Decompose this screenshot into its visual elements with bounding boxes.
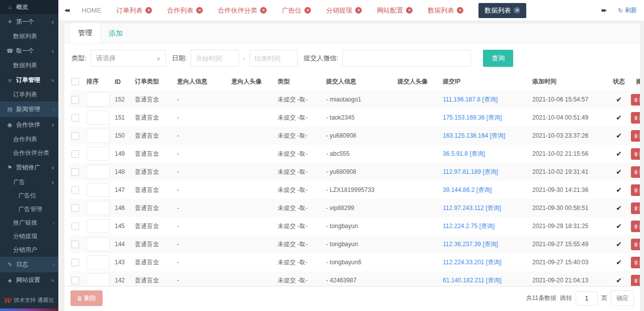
refresh-button[interactable]: ↻ 刷新 xyxy=(618,6,637,15)
tab-数据列表-6[interactable]: 数据列表✕ xyxy=(428,6,463,15)
bulk-delete-button[interactable]: 删除 xyxy=(70,290,103,306)
row-checkbox[interactable] xyxy=(71,168,79,176)
ip-query-link[interactable]: [查询] xyxy=(482,168,498,175)
row-delete-button[interactable]: 删除 xyxy=(631,148,640,160)
tab-订单列表-0[interactable]: 订单列表✕ xyxy=(116,6,152,15)
sidebar-item-第一个[interactable]: ✈第一个∨ xyxy=(0,14,58,30)
cell-intent-info: - xyxy=(175,90,229,109)
close-tab-icon[interactable]: ✕ xyxy=(355,7,362,14)
row-checkbox[interactable] xyxy=(71,223,79,230)
cell-order-type: 普通盲盒 xyxy=(133,253,175,271)
ip-query-link[interactable]: [查询] xyxy=(487,114,502,121)
sort-input[interactable] xyxy=(87,129,110,143)
tab-分销提现-4[interactable]: 分销提现✕ xyxy=(326,6,362,15)
ip-query-link[interactable]: [查询] xyxy=(479,223,495,230)
date-end-input[interactable] xyxy=(250,50,298,67)
ip-query-link[interactable]: [查询] xyxy=(490,132,505,139)
row-delete-button[interactable]: 删除 xyxy=(631,94,640,106)
sidebar-item-合作伙伴分类[interactable]: 合作伙伴分类 xyxy=(0,146,58,160)
row-checkbox[interactable] xyxy=(71,259,79,266)
ip-query-link[interactable]: [查询] xyxy=(486,204,501,212)
sidebar-item-广告管理[interactable]: 广告管理 xyxy=(0,202,58,216)
sidebar-item-广告[interactable]: 广告∨ xyxy=(0,175,58,189)
ip-query-link[interactable]: [查询] xyxy=(476,186,492,193)
cell-status: ✔ xyxy=(610,199,628,217)
sidebar-item-数据列表[interactable]: 数据列表 xyxy=(0,30,58,43)
row-checkbox[interactable] xyxy=(71,204,79,212)
tab-manage[interactable]: 管理 xyxy=(69,23,101,43)
row-checkbox[interactable] xyxy=(71,96,79,103)
sidebar-item-订单列表[interactable]: 订单列表 xyxy=(0,88,58,101)
sidebar-item-订单管理[interactable]: ≡订单管理∨ xyxy=(0,72,58,88)
sidebar-item-日志[interactable]: ✎日志‹ xyxy=(0,257,58,272)
sidebar-item-合作伙伴[interactable]: ◉合作伙伴∨ xyxy=(0,117,58,133)
sort-input[interactable] xyxy=(87,255,110,269)
row-checkbox[interactable] xyxy=(71,150,79,158)
page-number-input[interactable] xyxy=(576,291,598,305)
row-checkbox[interactable] xyxy=(71,277,79,284)
row-checkbox[interactable] xyxy=(71,241,79,248)
row-checkbox[interactable] xyxy=(71,186,79,194)
row-checkbox[interactable] xyxy=(71,114,79,122)
row-delete-button[interactable]: 删除 xyxy=(631,166,640,178)
row-delete-button[interactable]: 删除 xyxy=(631,239,640,250)
row-delete-button[interactable]: 删除 xyxy=(631,184,640,196)
row-delete-button[interactable]: 删除 xyxy=(631,275,640,286)
row-delete-button[interactable]: 删除 xyxy=(631,130,640,142)
ip-query-link[interactable]: [查询] xyxy=(482,96,498,103)
sort-input[interactable] xyxy=(87,237,110,251)
sidebar-item-合作列表[interactable]: 合作列表 xyxy=(0,133,58,146)
row-delete-button[interactable]: 删除 xyxy=(631,112,640,124)
close-tab-icon[interactable]: ✕ xyxy=(457,7,463,14)
close-tab-icon[interactable]: ✕ xyxy=(406,7,413,14)
tab-home[interactable]: HOME xyxy=(82,7,101,14)
collapse-tabs-icon[interactable]: ◀◀ xyxy=(64,8,68,13)
send-icon: ✈ xyxy=(6,19,14,25)
sort-input[interactable] xyxy=(87,183,110,197)
row-delete-button[interactable]: 删除 xyxy=(631,202,640,214)
tab-add[interactable]: 添加 xyxy=(101,24,131,43)
type-select[interactable]: 请选择 ∨ xyxy=(91,50,166,67)
expand-tabs-icon[interactable]: ▶▶ xyxy=(602,8,606,13)
date-start-input[interactable] xyxy=(191,50,239,67)
sort-input[interactable] xyxy=(87,273,110,286)
close-tab-icon[interactable]: ✕ xyxy=(514,7,520,14)
tab-数据列表-7[interactable]: 数据列表✕ xyxy=(478,3,526,18)
wechat-input[interactable] xyxy=(342,50,471,67)
sidebar-item-新闻管理[interactable]: ▤新闻管理‹ xyxy=(0,101,58,117)
tab-合作伙伴分类-2[interactable]: 合作伙伴分类✕ xyxy=(218,6,267,15)
sidebar-item-概览[interactable]: ⌂概览 xyxy=(0,0,58,14)
sidebar-item-营销推广[interactable]: ⚑营销推广∨ xyxy=(0,160,58,175)
ip-query-link[interactable]: [查询] xyxy=(469,150,485,157)
row-delete-button[interactable]: 删除 xyxy=(631,221,640,232)
sidebar-item-分销提现[interactable]: 分销提现 xyxy=(0,230,58,243)
sidebar-item-取一个[interactable]: ☎取一个∨ xyxy=(0,43,58,59)
sort-input[interactable] xyxy=(87,165,110,179)
row-delete-button[interactable]: 删除 xyxy=(631,257,640,268)
sidebar-item-网站设置[interactable]: ♣网站设置∨ xyxy=(0,272,58,288)
sidebar-item-广告位[interactable]: 广告位 xyxy=(0,189,58,202)
confirm-page-button[interactable]: 确定 xyxy=(611,290,634,306)
ip-query-link[interactable]: [查询] xyxy=(486,259,502,266)
sort-input[interactable] xyxy=(87,147,110,161)
sidebar-item-推广链接[interactable]: 推广链接‹ xyxy=(0,216,58,230)
ip-query-link[interactable]: [查询] xyxy=(486,277,502,284)
tab-广告位-3[interactable]: 广告位✕ xyxy=(282,6,311,15)
close-tab-icon[interactable]: ✕ xyxy=(304,7,311,14)
select-all-checkbox[interactable] xyxy=(71,78,79,85)
sidebar-item-分销用户[interactable]: 分销用户 xyxy=(0,243,58,257)
sort-input[interactable] xyxy=(87,219,110,233)
row-checkbox[interactable] xyxy=(71,132,79,140)
close-tab-icon[interactable]: ✕ xyxy=(196,7,203,14)
cell-action: 删除 xyxy=(628,145,640,163)
sidebar-item-数据列表[interactable]: 数据列表 xyxy=(0,59,58,72)
sort-input[interactable] xyxy=(87,111,110,125)
close-tab-icon[interactable]: ✕ xyxy=(145,7,152,14)
tab-合作列表-1[interactable]: 合作列表✕ xyxy=(167,6,203,15)
close-tab-icon[interactable]: ✕ xyxy=(260,7,267,14)
sort-input[interactable] xyxy=(87,201,110,215)
ip-query-link[interactable]: [查询] xyxy=(482,241,498,248)
search-button[interactable]: 查询 xyxy=(483,50,513,67)
tab-网站配置-5[interactable]: 网站配置✕ xyxy=(377,6,413,15)
sort-input[interactable] xyxy=(87,92,110,107)
